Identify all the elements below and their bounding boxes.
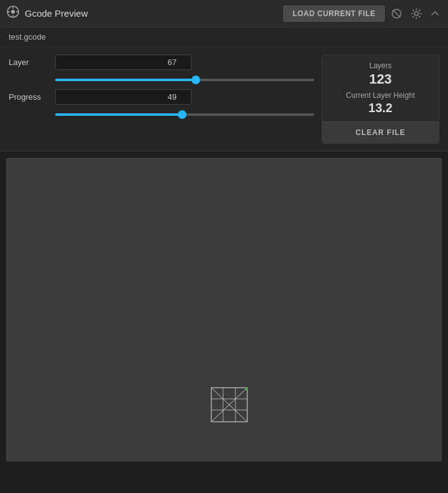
svg-rect-10 [7, 159, 441, 461]
preview-grid [7, 159, 441, 461]
svg-rect-18 [245, 388, 248, 390]
svg-point-1 [11, 10, 15, 14]
layer-label: Layer [9, 58, 49, 67]
layer-slider-top: Layer [9, 55, 314, 70]
progress-value-input[interactable] [55, 89, 191, 105]
window-title: Gcode Preview [25, 8, 88, 19]
sliders-section: Layer Progress [9, 55, 314, 144]
titlebar-left: Gcode Preview [6, 5, 88, 22]
load-current-file-button[interactable]: LOAD CURRENT FILE [283, 6, 385, 22]
controls-area: Layer Progress Layers 123 Current Layer … [0, 47, 448, 152]
progress-slider-row: Progress [9, 89, 314, 118]
info-panel: Layers 123 Current Layer Height 13.2 CLE… [322, 55, 439, 144]
progress-label: Progress [9, 92, 49, 102]
filename-bar: test.gcode [0, 27, 448, 47]
layer-slider[interactable] [55, 79, 314, 81]
filename-label: test.gcode [9, 32, 46, 41]
titlebar: Gcode Preview LOAD CURRENT FILE [0, 0, 448, 27]
info-content: Layers 123 Current Layer Height 13.2 [322, 55, 439, 121]
collapse-button[interactable] [428, 7, 442, 20]
settings-button[interactable] [408, 6, 424, 22]
progress-slider[interactable] [55, 113, 314, 116]
layer-slider-container [9, 74, 314, 83]
svg-line-7 [393, 10, 400, 17]
titlebar-right: LOAD CURRENT FILE [283, 6, 442, 22]
layers-label: Layers [369, 61, 392, 70]
progress-slider-container [9, 108, 314, 118]
clear-file-button[interactable]: CLEAR FILE [322, 121, 439, 143]
layers-value: 123 [369, 71, 392, 87]
gcode-logo-icon [6, 5, 20, 22]
layer-slider-row: Layer [9, 55, 314, 83]
progress-slider-top: Progress [9, 89, 314, 105]
current-layer-height-label: Current Layer Height [346, 91, 415, 100]
current-layer-height-value: 13.2 [369, 101, 393, 115]
svg-point-8 [415, 12, 418, 15]
disable-button[interactable] [389, 6, 405, 22]
preview-area [6, 158, 442, 461]
layer-value-input[interactable] [55, 55, 191, 70]
